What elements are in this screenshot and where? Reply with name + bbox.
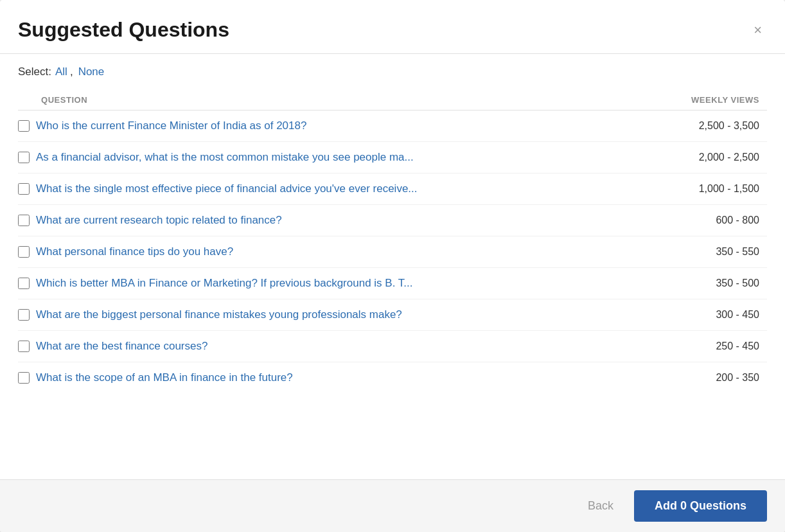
- question-link[interactable]: What is the scope of an MBA in finance i…: [36, 371, 293, 384]
- question-checkbox[interactable]: [18, 372, 30, 384]
- question-cell: What are the best finance courses?: [18, 330, 648, 362]
- table-row: Who is the current Finance Minister of I…: [18, 110, 767, 141]
- question-checkbox[interactable]: [18, 152, 30, 163]
- questions-table: QUESTION WEEKLY VIEWS Who is the current…: [18, 90, 767, 389]
- close-button[interactable]: ×: [748, 21, 767, 40]
- views-cell: 350 - 550: [648, 236, 767, 267]
- suggested-questions-modal: Suggested Questions × Select: All , None…: [0, 0, 785, 532]
- question-checkbox[interactable]: [18, 215, 30, 226]
- question-cell: What is the scope of an MBA in finance i…: [18, 362, 648, 389]
- question-cell: What are current research topic related …: [18, 204, 648, 236]
- views-cell: 200 - 350: [648, 362, 767, 389]
- question-cell: As a financial advisor, what is the most…: [18, 141, 648, 173]
- table-row: What is the scope of an MBA in finance i…: [18, 362, 767, 389]
- views-cell: 350 - 500: [648, 267, 767, 299]
- modal-footer: Back Add 0 Questions: [0, 479, 785, 532]
- question-cell: What is the single most effective piece …: [18, 173, 648, 204]
- select-none-link[interactable]: None: [78, 66, 105, 78]
- question-link[interactable]: Which is better MBA in Finance or Market…: [36, 277, 412, 290]
- question-link[interactable]: What is the single most effective piece …: [36, 182, 418, 195]
- views-cell: 2,000 - 2,500: [648, 141, 767, 173]
- question-checkbox[interactable]: [18, 246, 30, 258]
- views-cell: 2,500 - 3,500: [648, 110, 767, 141]
- col-header-views: WEEKLY VIEWS: [648, 90, 767, 111]
- question-link[interactable]: What are the best finance courses?: [36, 340, 207, 353]
- question-cell: What are the biggest personal finance mi…: [18, 299, 648, 330]
- table-row: Which is better MBA in Finance or Market…: [18, 267, 767, 299]
- select-separator: ,: [70, 66, 73, 78]
- modal-title: Suggested Questions: [18, 18, 229, 42]
- select-label: Select:: [18, 66, 51, 78]
- table-row: What is the single most effective piece …: [18, 173, 767, 204]
- views-cell: 300 - 450: [648, 299, 767, 330]
- question-cell: Which is better MBA in Finance or Market…: [18, 267, 648, 299]
- table-row: What are the best finance courses?250 - …: [18, 330, 767, 362]
- table-row: What are the biggest personal finance mi…: [18, 299, 767, 330]
- question-link[interactable]: As a financial advisor, what is the most…: [36, 151, 414, 164]
- select-row: Select: All , None: [18, 66, 767, 78]
- table-row: What are current research topic related …: [18, 204, 767, 236]
- question-link[interactable]: What are current research topic related …: [36, 214, 282, 227]
- question-link[interactable]: What are the biggest personal finance mi…: [36, 308, 402, 321]
- modal-header: Suggested Questions ×: [0, 0, 785, 54]
- question-checkbox[interactable]: [18, 183, 30, 195]
- back-button[interactable]: Back: [578, 493, 624, 519]
- question-cell: Who is the current Finance Minister of I…: [18, 110, 648, 141]
- question-checkbox[interactable]: [18, 341, 30, 352]
- select-all-link[interactable]: All: [55, 66, 67, 78]
- modal-body: Select: All , None QUESTION WEEKLY VIEWS…: [0, 54, 785, 479]
- question-checkbox[interactable]: [18, 120, 30, 132]
- table-row: What personal finance tips do you have?3…: [18, 236, 767, 267]
- views-cell: 1,000 - 1,500: [648, 173, 767, 204]
- questions-table-container[interactable]: QUESTION WEEKLY VIEWS Who is the current…: [18, 90, 767, 479]
- views-cell: 600 - 800: [648, 204, 767, 236]
- question-link[interactable]: What personal finance tips do you have?: [36, 245, 233, 258]
- add-questions-button[interactable]: Add 0 Questions: [634, 490, 767, 522]
- question-link[interactable]: Who is the current Finance Minister of I…: [36, 120, 306, 132]
- col-header-question: QUESTION: [18, 90, 648, 111]
- table-row: As a financial advisor, what is the most…: [18, 141, 767, 173]
- views-cell: 250 - 450: [648, 330, 767, 362]
- question-checkbox[interactable]: [18, 278, 30, 289]
- question-checkbox[interactable]: [18, 309, 30, 321]
- question-cell: What personal finance tips do you have?: [18, 236, 648, 267]
